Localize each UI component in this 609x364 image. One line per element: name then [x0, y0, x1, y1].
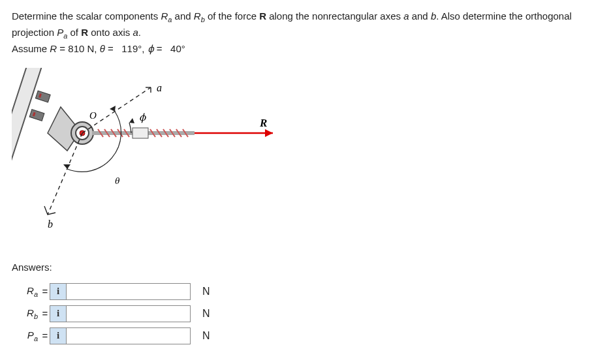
- figure-label-O: O: [89, 110, 97, 121]
- text: .: [138, 27, 141, 38]
- info-icon[interactable]: i: [50, 327, 67, 344]
- symbol-R-vector: R: [81, 27, 88, 38]
- text: and: [172, 10, 193, 22]
- answer-input-Rb[interactable]: [67, 305, 191, 322]
- equals-sign: =: [40, 286, 50, 297]
- spring: [92, 128, 195, 138]
- text: of: [67, 27, 81, 38]
- svg-rect-0: [12, 68, 44, 202]
- unit-label: N: [202, 286, 210, 297]
- answer-row-Ra: Ra = i N: [12, 283, 597, 300]
- svg-marker-22: [265, 129, 273, 137]
- unit-label: N: [202, 308, 210, 320]
- svg-rect-1: [35, 91, 50, 102]
- symbol-Pa: Pa: [57, 27, 67, 38]
- answer-label: Rb: [12, 307, 40, 320]
- svg-marker-29: [63, 164, 70, 169]
- answer-row-Pa: Pa = i N: [12, 327, 597, 344]
- text: of the force: [205, 10, 259, 22]
- answer-input-Ra[interactable]: [67, 283, 191, 300]
- symbol-theta: θ: [100, 43, 105, 54]
- symbol-R-vector: R: [259, 10, 266, 22]
- text: Determine the scalar components: [12, 10, 161, 22]
- text: =: [154, 43, 165, 54]
- phi-value: 40°: [170, 43, 185, 54]
- bracket: [48, 107, 93, 151]
- problem-figure: a ϕ O θ b R: [12, 68, 597, 246]
- figure-label-a: a: [157, 82, 162, 93]
- text: ,: [142, 43, 147, 54]
- answer-label: Ra: [12, 285, 40, 298]
- svg-rect-20: [133, 128, 148, 138]
- equals-sign: =: [40, 330, 50, 341]
- force-R-arrow: [195, 129, 273, 137]
- answer-input-Pa[interactable]: [67, 327, 191, 344]
- equals-sign: =: [40, 308, 50, 319]
- answer-label: Pa: [12, 329, 40, 342]
- symbol-Rb: Rb: [194, 10, 205, 22]
- figure-label-b: b: [48, 219, 53, 230]
- answer-row-Rb: Rb = i N: [12, 305, 597, 322]
- answers-heading: Answers:: [12, 262, 597, 273]
- text: Assume: [12, 43, 50, 54]
- theta-value: 119°: [121, 43, 142, 54]
- info-icon[interactable]: i: [50, 283, 67, 300]
- symbol-a: a: [133, 27, 138, 38]
- wall: [12, 68, 44, 202]
- svg-marker-28: [110, 106, 116, 112]
- text: onto axis: [88, 27, 133, 38]
- symbol-a: a: [403, 10, 409, 22]
- info-icon[interactable]: i: [50, 305, 67, 322]
- figure-label-phi: ϕ: [139, 112, 147, 123]
- svg-marker-27: [129, 118, 134, 123]
- problem-statement: Determine the scalar components Ra and R…: [12, 9, 597, 56]
- svg-rect-2: [29, 109, 44, 121]
- text: =: [105, 43, 116, 54]
- symbol-b: b: [431, 10, 436, 22]
- symbol-Ra: Ra: [161, 10, 172, 22]
- figure-label-theta: θ: [115, 175, 120, 186]
- symbol-R: R: [50, 43, 57, 54]
- text: along the nonrectangular axes: [266, 10, 403, 22]
- symbol-phi: ϕ: [148, 43, 154, 54]
- figure-label-R: R: [259, 117, 267, 129]
- text: and: [409, 10, 431, 22]
- text: = 810 N,: [57, 43, 99, 54]
- unit-label: N: [202, 330, 210, 342]
